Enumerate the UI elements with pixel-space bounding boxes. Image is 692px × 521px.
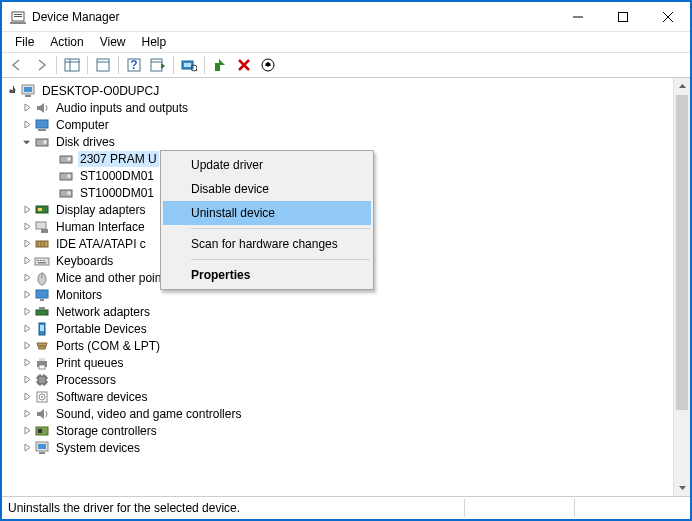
menu-action[interactable]: Action xyxy=(43,33,90,51)
tree-category-portable[interactable]: Portable Devices xyxy=(6,320,673,337)
expand-icon[interactable] xyxy=(20,409,34,418)
device-tree[interactable]: DESKTOP-O0DUPCJ Audio inputs and outputs… xyxy=(2,78,673,496)
tree-label: 2307 PRAM U xyxy=(78,151,159,167)
maximize-button[interactable] xyxy=(600,2,645,31)
tree-label: System devices xyxy=(54,440,142,456)
expand-icon[interactable] xyxy=(20,307,34,316)
expand-icon[interactable] xyxy=(20,341,34,350)
svg-point-59 xyxy=(39,345,41,347)
svg-rect-64 xyxy=(39,365,45,369)
menu-help[interactable]: Help xyxy=(135,33,174,51)
expand-icon[interactable] xyxy=(20,222,34,231)
svg-rect-11 xyxy=(97,59,109,71)
expand-icon[interactable] xyxy=(20,256,34,265)
status-segment xyxy=(574,499,684,517)
show-hide-tree-button[interactable] xyxy=(61,54,83,76)
scroll-down-button[interactable] xyxy=(674,479,690,496)
menu-file[interactable]: File xyxy=(8,33,41,51)
expand-icon[interactable] xyxy=(20,290,34,299)
status-text: Uninstalls the driver for the selected d… xyxy=(8,501,464,515)
expand-icon[interactable] xyxy=(20,358,34,367)
svg-rect-39 xyxy=(38,208,42,211)
content-area: DESKTOP-O0DUPCJ Audio inputs and outputs… xyxy=(2,78,690,497)
tree-label: Audio inputs and outputs xyxy=(54,100,190,116)
tree-label: Keyboards xyxy=(54,253,115,269)
expand-icon[interactable] xyxy=(20,375,34,384)
tree-label: Portable Devices xyxy=(54,321,149,337)
tree-category-sound[interactable]: Sound, video and game controllers xyxy=(6,405,673,422)
svg-point-31 xyxy=(43,140,47,144)
tree-category-ports[interactable]: Ports (COM & LPT) xyxy=(6,337,673,354)
keyboard-icon xyxy=(34,253,50,269)
menu-view[interactable]: View xyxy=(93,33,133,51)
ctx-separator xyxy=(191,259,370,260)
tree-category-audio[interactable]: Audio inputs and outputs xyxy=(6,99,673,116)
svg-point-61 xyxy=(43,345,45,347)
collapse-icon[interactable] xyxy=(6,86,20,95)
tree-category-processors[interactable]: Processors xyxy=(6,371,673,388)
tree-label: Sound, video and game controllers xyxy=(54,406,243,422)
window-title: Device Manager xyxy=(32,10,555,24)
ctx-scan-hardware[interactable]: Scan for hardware changes xyxy=(163,232,371,256)
svg-point-76 xyxy=(41,396,43,398)
scroll-thumb[interactable] xyxy=(676,95,688,410)
back-button[interactable] xyxy=(6,54,28,76)
disk-icon xyxy=(58,185,74,201)
device-manager-window: Device Manager File Action View Help ? xyxy=(0,0,692,521)
svg-rect-49 xyxy=(43,260,45,261)
forward-button[interactable] xyxy=(30,54,52,76)
uninstall-device-button[interactable] xyxy=(233,54,255,76)
tree-category-system[interactable]: System devices xyxy=(6,439,673,456)
ctx-uninstall-device[interactable]: Uninstall device xyxy=(163,201,371,225)
vertical-scrollbar[interactable] xyxy=(673,78,690,496)
ctx-update-driver[interactable]: Update driver xyxy=(163,153,371,177)
expand-icon[interactable] xyxy=(20,392,34,401)
ctx-properties[interactable]: Properties xyxy=(163,263,371,287)
properties-button[interactable] xyxy=(92,54,114,76)
scroll-track[interactable] xyxy=(674,95,690,479)
ports-icon xyxy=(34,338,50,354)
svg-rect-65 xyxy=(38,376,46,384)
expand-icon[interactable] xyxy=(20,239,34,248)
system-icon xyxy=(34,440,50,456)
ctx-disable-device[interactable]: Disable device xyxy=(163,177,371,201)
computer-icon xyxy=(20,83,36,99)
expand-icon[interactable] xyxy=(20,324,34,333)
toolbar-separator xyxy=(56,56,57,74)
expand-icon[interactable] xyxy=(20,120,34,129)
svg-line-20 xyxy=(196,70,197,71)
tree-category-printqueues[interactable]: Print queues xyxy=(6,354,673,371)
svg-rect-28 xyxy=(36,120,48,128)
action-button[interactable] xyxy=(147,54,169,76)
minimize-button[interactable] xyxy=(555,2,600,31)
expand-icon[interactable] xyxy=(20,103,34,112)
svg-text:?: ? xyxy=(130,58,137,72)
ide-icon xyxy=(34,236,50,252)
context-menu: Update driver Disable device Uninstall d… xyxy=(160,150,374,290)
expand-icon[interactable] xyxy=(20,443,34,452)
help-button[interactable]: ? xyxy=(123,54,145,76)
expand-icon[interactable] xyxy=(20,273,34,282)
tree-category-disk[interactable]: Disk drives xyxy=(6,133,673,150)
scan-hardware-button[interactable] xyxy=(178,54,200,76)
update-driver-button[interactable] xyxy=(257,54,279,76)
tree-category-storage[interactable]: Storage controllers xyxy=(6,422,673,439)
tree-label: Network adapters xyxy=(54,304,152,320)
collapse-icon[interactable] xyxy=(20,137,34,146)
tree-category-network[interactable]: Network adapters xyxy=(6,303,673,320)
tree-label: Ports (COM & LPT) xyxy=(54,338,162,354)
tree-label: ST1000DM01 xyxy=(78,185,156,201)
toolbar-separator xyxy=(173,56,174,74)
expand-icon[interactable] xyxy=(20,426,34,435)
tree-root[interactable]: DESKTOP-O0DUPCJ xyxy=(6,82,673,99)
svg-rect-26 xyxy=(24,87,32,92)
enable-device-button[interactable] xyxy=(209,54,231,76)
tree-category-software[interactable]: Software devices xyxy=(6,388,673,405)
expand-icon[interactable] xyxy=(20,205,34,214)
close-button[interactable] xyxy=(645,2,690,31)
printer-icon xyxy=(34,355,50,371)
tree-label: Human Interface xyxy=(54,219,147,235)
tree-category-computer[interactable]: Computer xyxy=(6,116,673,133)
svg-rect-15 xyxy=(151,59,162,71)
scroll-up-button[interactable] xyxy=(674,78,690,95)
